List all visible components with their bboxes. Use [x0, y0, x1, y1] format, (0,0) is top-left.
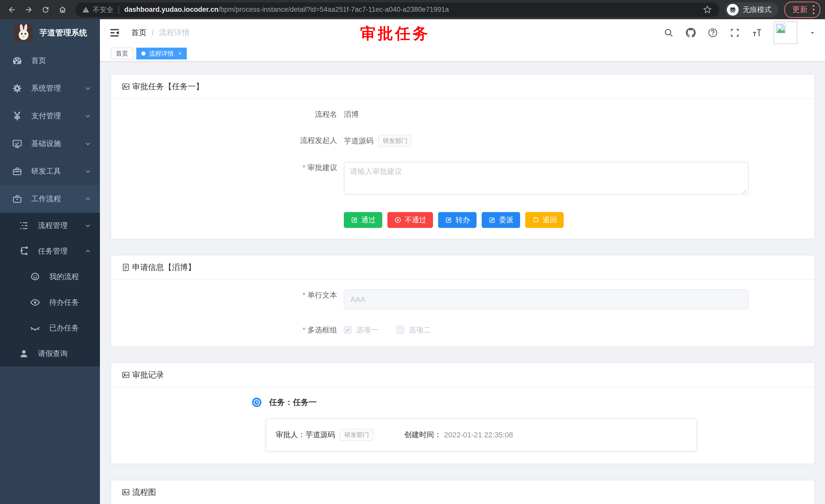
approval-record-item: 审批人： 芋道源码 研发部门 创建时间： 2022-01-21 22:35:08	[266, 418, 697, 451]
process-diagram-card: 流程图	[111, 480, 815, 504]
form-row-process-name: 流程名 滔博	[111, 108, 814, 120]
back-button[interactable]	[5, 3, 19, 17]
picture-icon	[122, 82, 130, 91]
comment-textarea[interactable]	[344, 162, 749, 195]
app-logo-image	[14, 23, 33, 42]
bookmark-star-icon[interactable]	[702, 5, 712, 15]
required-asterisk: *	[303, 163, 305, 172]
breadcrumb-separator: /	[152, 28, 154, 37]
broken-image-icon	[776, 23, 787, 35]
transfer-button[interactable]: 转办	[438, 212, 476, 228]
checkbox-group-label: *多选框组	[111, 324, 344, 335]
tag-process-detail[interactable]: 流程详情 ×	[136, 48, 187, 60]
app-frame: 芋道管理系统 首页	[0, 19, 825, 504]
tag-close-icon[interactable]: ×	[178, 51, 182, 56]
sidebar-logo-row: 芋道管理系统	[0, 19, 100, 47]
page-content: 审批任务【任务一】 流程名 滔博 流程发起人 芋道源码 研发部门	[100, 62, 825, 504]
sidebar-collapse-icon[interactable]	[109, 27, 120, 38]
return-button[interactable]: 退回	[525, 212, 564, 228]
card-title: 审批记录	[132, 369, 164, 380]
breadcrumb-home[interactable]: 首页	[131, 27, 147, 38]
reload-button[interactable]	[39, 3, 53, 17]
created-time-label: 创建时间：	[404, 430, 441, 440]
user-avatar[interactable]	[774, 21, 797, 44]
caret-down-icon[interactable]	[809, 29, 816, 36]
sidebar-item-label: 流程管理	[38, 221, 68, 231]
sidebar-item-infrastructure[interactable]: 基础设施	[0, 130, 100, 158]
help-icon[interactable]	[708, 28, 718, 38]
briefcase-icon	[12, 194, 22, 204]
sidebar: 芋道管理系统 首页	[0, 19, 100, 504]
sidebar-item-done-tasks[interactable]: 已办任务	[0, 315, 100, 341]
face-icon	[30, 271, 41, 282]
card-body: 流程名 滔博 流程发起人 芋道源码 研发部门 *审批建议	[111, 99, 814, 239]
reject-button[interactable]: 不通过	[387, 212, 433, 228]
home-icon	[58, 5, 67, 14]
sidebar-item-todo-tasks[interactable]: 待办任务	[0, 289, 100, 315]
process-name-label: 流程名	[111, 108, 344, 120]
form-row-comment: *审批建议	[111, 162, 814, 196]
sidebar-item-workflow[interactable]: 工作流程	[0, 185, 100, 213]
navbar-icons	[664, 21, 816, 44]
screen: 不安全 dashboard.yudao.iocoder.cn/bpm/proce…	[0, 0, 825, 504]
edit-icon	[351, 216, 358, 224]
card-header: 流程图	[111, 481, 814, 504]
checkbox-group: 选项一 选项二	[344, 324, 431, 335]
tag-label: 流程详情	[149, 50, 174, 58]
forward-button[interactable]	[21, 3, 36, 17]
sidebar-item-leave-query[interactable]: 请假查询	[0, 341, 100, 366]
breadcrumb: 首页 / 流程详情	[131, 27, 190, 38]
dashboard-icon	[12, 55, 22, 66]
browser-update-menu-button[interactable]: 更新	[784, 2, 820, 18]
indent-list-icon	[18, 220, 29, 231]
comment-textarea-wrap	[344, 162, 749, 196]
sidebar-item-label: 系统管理	[31, 83, 61, 93]
sidebar-item-label: 首页	[31, 56, 46, 66]
fullscreen-icon[interactable]	[730, 28, 740, 38]
card-title: 流程图	[132, 487, 156, 498]
url-divider	[119, 6, 119, 14]
sidebar-item-label: 支付管理	[31, 111, 61, 121]
card-header: 审批记录	[111, 363, 814, 387]
picture-icon	[122, 370, 130, 379]
approver-dept-tag: 研发部门	[340, 429, 374, 441]
workflow-submenu: 流程管理 任务管理	[0, 213, 100, 366]
sidebar-item-system[interactable]: 系统管理	[0, 75, 100, 102]
card-header: 申请信息【滔博】	[111, 256, 814, 280]
sidebar-item-home[interactable]: 首页	[0, 47, 100, 75]
card-title: 审批任务【任务一】	[132, 81, 204, 92]
search-icon[interactable]	[664, 28, 674, 38]
task-tree-icon	[18, 246, 29, 257]
breadcrumb-current: 流程详情	[159, 27, 190, 38]
red-annotation-text: 审批任务	[360, 23, 430, 44]
home-button[interactable]	[55, 3, 70, 17]
sidebar-item-process-mgmt[interactable]: 流程管理	[0, 213, 100, 238]
sidebar-item-my-process[interactable]: 我的流程	[0, 264, 100, 289]
yen-icon	[12, 111, 22, 121]
approval-buttons: 通过 不通过 转办 委	[344, 212, 814, 228]
chevron-down-icon	[85, 140, 91, 147]
update-label: 更新	[792, 4, 808, 15]
initiator-name: 芋道源码	[344, 135, 374, 147]
user-icon	[18, 348, 29, 359]
picture-icon	[122, 488, 130, 497]
sidebar-item-payment[interactable]: 支付管理	[0, 102, 100, 130]
sidebar-item-label: 待办任务	[49, 297, 79, 308]
comment-label: *审批建议	[111, 162, 344, 173]
github-icon[interactable]	[686, 28, 696, 38]
url-path: /bpm/process-instance/detail?id=54aa251f…	[219, 6, 449, 13]
initiator-value: 芋道源码 研发部门	[344, 135, 412, 147]
delegate-button[interactable]: 委派	[482, 212, 520, 228]
approve-button[interactable]: 通过	[344, 212, 382, 228]
sidebar-item-label: 请假查询	[38, 348, 68, 359]
timeline-node: 任务：任务一	[251, 397, 814, 408]
back-icon	[7, 5, 16, 14]
sidebar-item-dev-tools[interactable]: 研发工具	[0, 158, 100, 185]
checkbox-label: 选项二	[409, 324, 431, 335]
url-bar[interactable]: 不安全 dashboard.yudao.iocoder.cn/bpm/proce…	[75, 3, 719, 17]
font-size-icon[interactable]	[752, 28, 762, 38]
sidebar-item-task-mgmt[interactable]: 任务管理	[0, 238, 100, 264]
eye-open-icon	[30, 297, 41, 308]
tag-home[interactable]: 首页	[111, 48, 133, 60]
card-body: 任务：任务一 审批人： 芋道源码 研发部门 创建时间： 2022-01-21 2…	[111, 387, 814, 464]
